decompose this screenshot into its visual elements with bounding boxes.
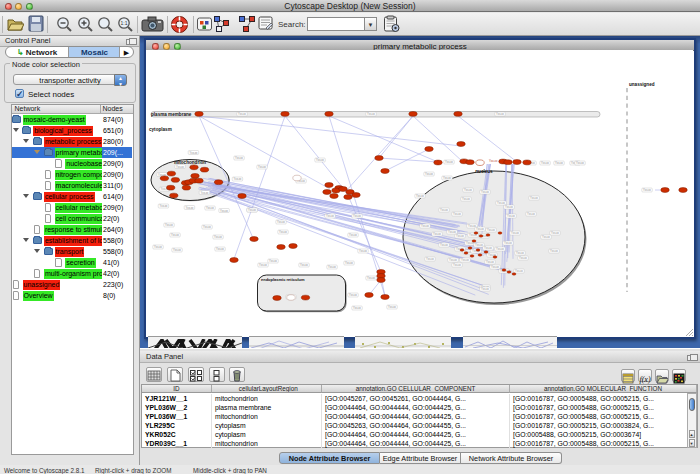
svg-text:nucleus: nucleus	[475, 169, 493, 174]
svg-text:Yxx-xx: Yxx-xx	[484, 246, 492, 250]
svg-text:Yxx-xx: Yxx-xx	[234, 177, 242, 181]
svg-text:Yxx-xx: Yxx-xx	[456, 234, 464, 238]
svg-text:Yxx-xx: Yxx-xx	[527, 212, 535, 216]
svg-text:Yxx-xx: Yxx-xx	[201, 191, 209, 195]
svg-text:Yxx-xx: Yxx-xx	[328, 265, 336, 269]
svg-text:Yxx-xx: Yxx-xx	[214, 235, 222, 239]
svg-text:Yxx-xx: Yxx-xx	[530, 196, 538, 200]
svg-text:Yxx-xx: Yxx-xx	[643, 188, 651, 192]
svg-text:Yxx-xx: Yxx-xx	[258, 165, 266, 169]
svg-text:Yxx-xx: Yxx-xx	[165, 223, 173, 227]
svg-text:Yxx-xx: Yxx-xx	[425, 172, 433, 176]
svg-text:Yxx-xx: Yxx-xx	[453, 263, 461, 267]
svg-text:Yxx-xx: Yxx-xx	[186, 206, 194, 210]
svg-text:Yxx-xx: Yxx-xx	[448, 230, 456, 234]
svg-text:Yxx-xx: Yxx-xx	[206, 206, 214, 210]
svg-text:Yxx-xx: Yxx-xx	[235, 156, 243, 160]
svg-text:Yxx-xx: Yxx-xx	[443, 176, 451, 180]
svg-text:Yxx-xx: Yxx-xx	[491, 265, 499, 269]
svg-text:Yxx-xx: Yxx-xx	[190, 151, 198, 155]
svg-text:Yxx-xx: Yxx-xx	[171, 233, 179, 237]
svg-text:Yxx-xx: Yxx-xx	[203, 225, 211, 229]
svg-text:Yxx-xx: Yxx-xx	[353, 306, 361, 310]
svg-text:Yxx-xx: Yxx-xx	[440, 243, 448, 247]
svg-text:Yxx-xx: Yxx-xx	[576, 161, 584, 165]
svg-text:Yxx-xx: Yxx-xx	[176, 165, 184, 169]
svg-text:Yxx-xx: Yxx-xx	[505, 205, 513, 209]
svg-text:Yxx-xx: Yxx-xx	[421, 224, 429, 228]
svg-text:Yxx-xx: Yxx-xx	[248, 208, 256, 212]
svg-text:unassigned: unassigned	[629, 82, 655, 87]
svg-text:Yxx-xx: Yxx-xx	[277, 220, 285, 224]
svg-text:endoplasmic reticulum: endoplasmic reticulum	[261, 277, 305, 282]
svg-text:Yxx-xx: Yxx-xx	[504, 241, 512, 245]
svg-text:Yxx-xx: Yxx-xx	[462, 197, 470, 201]
svg-text:Yxx-xx: Yxx-xx	[279, 230, 287, 234]
svg-text:Yxx-xx: Yxx-xx	[388, 305, 396, 309]
svg-text:Yxx-xx: Yxx-xx	[326, 214, 334, 218]
svg-text:Yxx-xx: Yxx-xx	[496, 247, 504, 251]
svg-text:Yxx-xx: Yxx-xx	[416, 194, 424, 198]
svg-text:Yxx-xx: Yxx-xx	[489, 159, 498, 163]
svg-text:Yxx-xx: Yxx-xx	[475, 243, 483, 247]
svg-text:f(x): f(x)	[639, 375, 650, 384]
svg-text:Yxx-xx: Yxx-xx	[453, 212, 461, 216]
svg-text:Yxx-xx: Yxx-xx	[481, 287, 489, 291]
svg-text:Yxx-xx: Yxx-xx	[507, 214, 515, 218]
svg-text:Yxx-xx: Yxx-xx	[542, 235, 550, 239]
svg-text:Yxx-xx: Yxx-xx	[486, 260, 494, 264]
svg-text:Yxx-xx: Yxx-xx	[433, 232, 441, 236]
svg-text:Yxx-xx: Yxx-xx	[259, 263, 267, 267]
svg-text:Yxx-xx: Yxx-xx	[476, 227, 484, 231]
svg-text:Yxx-xx: Yxx-xx	[426, 257, 434, 261]
svg-text:cytoplasm: cytoplasm	[149, 127, 172, 132]
svg-text:Yxx-xx: Yxx-xx	[555, 161, 563, 165]
svg-text:Yxx-xx: Yxx-xx	[511, 231, 519, 235]
svg-text:mitochondrion: mitochondrion	[174, 160, 206, 165]
svg-text:Yxx-xx: Yxx-xx	[269, 259, 277, 263]
svg-text:Yxx-xx: Yxx-xx	[238, 112, 246, 116]
svg-text:Yxx-xx: Yxx-xx	[550, 249, 558, 253]
svg-text:Yxx-xx: Yxx-xx	[154, 245, 162, 249]
svg-text:Yxx-xx: Yxx-xx	[541, 161, 549, 165]
svg-text:plasma membrane: plasma membrane	[151, 112, 192, 117]
svg-text:Yxx-xx: Yxx-xx	[359, 249, 367, 253]
svg-text:Yxx-xx: Yxx-xx	[440, 208, 448, 212]
svg-text:Yxx-xx: Yxx-xx	[481, 190, 489, 194]
svg-text:Yxx-xx: Yxx-xx	[551, 231, 559, 235]
svg-text:Yxx-xx: Yxx-xx	[173, 248, 181, 252]
svg-text:Yxx-xx: Yxx-xx	[515, 269, 523, 273]
svg-text:Yxx-xx: Yxx-xx	[316, 158, 324, 162]
svg-text:Yxx-xx: Yxx-xx	[464, 188, 472, 192]
svg-text:Yxx-xx: Yxx-xx	[367, 112, 375, 116]
svg-text:Yxx-xx: Yxx-xx	[353, 214, 361, 218]
svg-text:Yxx-xx: Yxx-xx	[345, 261, 353, 265]
svg-text:Yxx-xx: Yxx-xx	[461, 258, 469, 262]
svg-text:Yxx-xx: Yxx-xx	[445, 160, 453, 164]
svg-text:Yxx-xx: Yxx-xx	[349, 233, 357, 237]
svg-text:Yxx-xx: Yxx-xx	[519, 256, 527, 260]
svg-text:Yxx-xx: Yxx-xx	[496, 112, 504, 116]
svg-text:Yxx-xx: Yxx-xx	[160, 204, 168, 208]
svg-text:Yxx-xx: Yxx-xx	[349, 293, 357, 297]
svg-text:Yxx-xx: Yxx-xx	[220, 209, 228, 213]
svg-text:Yxx-xx: Yxx-xx	[300, 263, 308, 267]
svg-text:Yxx-xx: Yxx-xx	[216, 247, 224, 251]
svg-text:1:1: 1:1	[121, 20, 128, 26]
svg-text:Yxx-xx: Yxx-xx	[516, 251, 524, 255]
svg-text:Yxx-xx: Yxx-xx	[497, 201, 505, 205]
svg-text:Yxx-xx: Yxx-xx	[449, 258, 457, 262]
svg-text:Yxx-xx: Yxx-xx	[367, 276, 375, 280]
svg-text:Yxx-xx: Yxx-xx	[487, 228, 495, 232]
